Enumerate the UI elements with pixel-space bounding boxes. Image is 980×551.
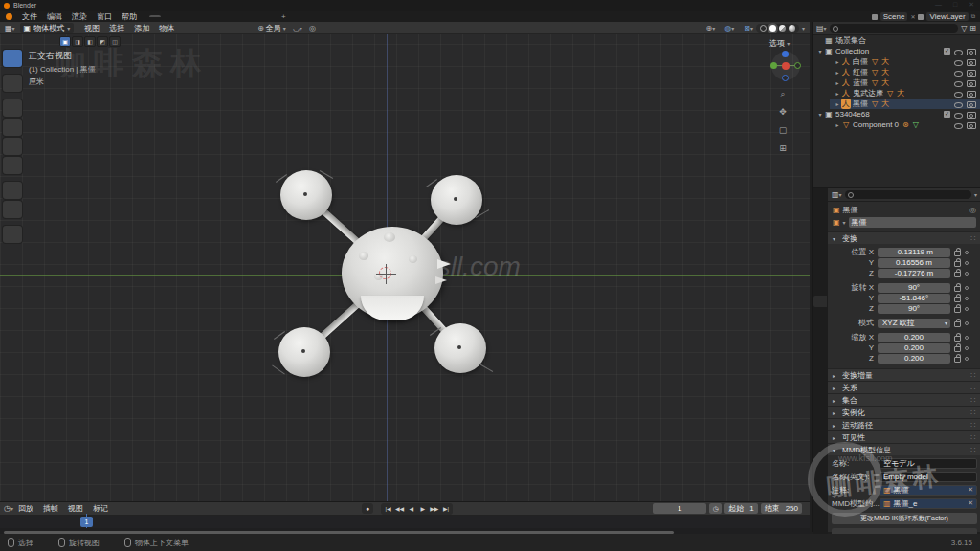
properties-editor-icon[interactable]: ▥▾ xyxy=(832,190,842,199)
timeline-editor-icon[interactable]: ◷▾ xyxy=(4,504,13,513)
lock-icon[interactable] xyxy=(954,297,961,302)
menu-item[interactable]: 帮助 xyxy=(117,11,142,22)
workspace-tab[interactable] xyxy=(264,15,276,17)
mmd-name-field[interactable]: 空モデル xyxy=(880,458,977,469)
transform-value-field[interactable]: 0.200 xyxy=(878,354,950,364)
timeline-menu-item[interactable]: 标记 xyxy=(88,503,113,514)
minimize-button[interactable]: — xyxy=(935,1,942,9)
clear-x-icon[interactable]: ✕ xyxy=(968,499,973,507)
outliner-row[interactable]: ▸ 红僵 ▽ 大 xyxy=(830,67,980,77)
transform-value-field[interactable]: -0.17276 m xyxy=(878,269,950,278)
select-mode-intersect[interactable]: ◫ xyxy=(109,36,121,47)
viewport-menu-item[interactable]: 视图 xyxy=(79,23,104,33)
playback-button[interactable]: |◀ xyxy=(383,504,393,514)
lock-icon[interactable] xyxy=(954,286,961,292)
viewlayer-copy-icon[interactable]: ⧉ xyxy=(971,13,975,20)
mmd-rig-field[interactable]: ▥黑僵_e ✕ xyxy=(880,498,977,509)
workspace-tab[interactable] xyxy=(253,15,264,17)
disable-render-icon[interactable] xyxy=(967,58,976,66)
tool-button[interactable] xyxy=(3,119,22,136)
gizmo-y-neg-axis[interactable] xyxy=(794,62,801,69)
tool-button[interactable] xyxy=(3,157,22,174)
transform-value-field[interactable]: 0.16556 m xyxy=(878,258,950,268)
disable-render-icon[interactable] xyxy=(967,79,976,87)
disable-render-icon[interactable] xyxy=(967,69,976,77)
camera-view-icon[interactable]: ▢ xyxy=(777,124,789,136)
workspace-tab[interactable] xyxy=(184,15,195,17)
properties-tab-icon[interactable] xyxy=(813,372,827,384)
blender-menu-icon[interactable] xyxy=(6,13,12,20)
collapsed-section[interactable]: ▸变换增量⸬ xyxy=(828,368,980,381)
object-name[interactable]: 红僵 xyxy=(853,67,868,77)
lock-icon[interactable] xyxy=(954,357,961,363)
collapsed-section[interactable]: ▸集合⸬ xyxy=(828,393,980,406)
properties-tab-icon[interactable] xyxy=(813,265,827,276)
collapsed-section[interactable]: ▸实例化⸬ xyxy=(828,406,980,418)
tool-button[interactable] xyxy=(3,50,22,67)
workspace-tab[interactable] xyxy=(161,15,172,17)
workspace-tab[interactable] xyxy=(230,15,241,17)
collapsed-section[interactable]: ▸运动路径⸬ xyxy=(828,418,980,430)
object-name[interactable]: 场景集合 xyxy=(835,35,866,46)
object-name[interactable]: 蓝僵 xyxy=(853,77,868,88)
hide-eye-icon[interactable] xyxy=(954,111,963,119)
hide-eye-icon[interactable] xyxy=(954,79,963,87)
lock-icon[interactable] xyxy=(954,307,961,313)
playback-button[interactable]: ▶ xyxy=(417,504,428,514)
section-transform[interactable]: ▾变换⸬ xyxy=(828,231,980,244)
collapsed-section[interactable]: ▸可见性⸬ xyxy=(828,430,980,443)
gizmo-z-neg-axis[interactable] xyxy=(782,75,789,81)
properties-tab-icon[interactable] xyxy=(813,234,827,246)
expand-arrow-icon[interactable]: ▾ xyxy=(816,111,824,118)
workspace-tab[interactable] xyxy=(207,15,218,17)
timeline-ruler[interactable]: 1 xyxy=(0,516,810,528)
scene-selector[interactable]: Scene xyxy=(880,12,908,21)
new-collection-icon[interactable]: ⊞ xyxy=(969,24,976,33)
menu-item[interactable]: 文件 xyxy=(17,11,42,22)
animate-dot-icon[interactable] xyxy=(965,272,969,276)
disable-render-icon[interactable] xyxy=(967,100,976,108)
close-button[interactable]: ✕ xyxy=(969,1,974,9)
outliner-row[interactable]: ▸ Component 0 ⊛ ▽ xyxy=(830,120,980,130)
animate-dot-icon[interactable] xyxy=(965,261,969,265)
properties-tab-icon[interactable] xyxy=(813,219,827,231)
properties-tab-icon[interactable] xyxy=(813,357,827,368)
timeline-menu-item[interactable]: 插帧 xyxy=(38,503,63,514)
playback-button[interactable]: ◀◀ xyxy=(394,504,405,514)
object-name[interactable]: 黑僵 xyxy=(853,99,868,109)
mmd-name-en-field[interactable]: Empty model xyxy=(880,472,977,482)
outliner-editor-icon[interactable]: ▤▾ xyxy=(816,24,827,33)
transform-value-field[interactable]: -51.846° xyxy=(878,294,950,303)
pan-hand-icon[interactable]: ✥ xyxy=(777,106,789,118)
disable-render-icon[interactable] xyxy=(967,48,976,55)
mmd-comment-field[interactable]: ▥黑僵 ✕ xyxy=(880,485,977,496)
expand-arrow-icon[interactable]: ▾ xyxy=(816,48,824,55)
animate-dot-icon[interactable] xyxy=(965,286,969,290)
tool-button[interactable] xyxy=(3,75,22,92)
scene-unlink-icon[interactable]: ✕ xyxy=(910,13,915,20)
frame-end-field[interactable]: 结束250 xyxy=(761,503,802,514)
animate-dot-icon[interactable] xyxy=(965,346,969,350)
ortho-toggle-icon[interactable]: ⊞ xyxy=(777,143,789,154)
animate-dot-icon[interactable] xyxy=(965,321,969,325)
overlays-toggle-icon[interactable]: ◍▾ xyxy=(724,24,734,33)
mode-dropdown[interactable]: ▣物体模式▾ xyxy=(20,23,75,33)
menu-item[interactable]: 渲染 xyxy=(67,11,92,22)
outliner-row[interactable]: ▾ Collection ✓ xyxy=(813,46,980,56)
editor-type-icon[interactable]: ▦▾ xyxy=(5,24,15,33)
transform-value-field[interactable]: 0.200 xyxy=(878,343,950,353)
properties-tab-icon[interactable] xyxy=(813,280,827,292)
lock-icon[interactable] xyxy=(954,261,961,267)
current-frame-field[interactable]: 1 xyxy=(653,503,706,514)
playback-button[interactable]: ◀ xyxy=(406,504,416,514)
hide-eye-icon[interactable] xyxy=(954,69,963,77)
transform-value-field[interactable]: 90° xyxy=(878,283,950,293)
animate-dot-icon[interactable] xyxy=(965,307,969,311)
xray-toggle-icon[interactable]: ⊠▾ xyxy=(744,24,753,33)
select-mode-invert[interactable]: ◩ xyxy=(97,36,108,47)
viewport-menu-item[interactable]: 选择 xyxy=(104,23,129,33)
outliner-row[interactable]: ▸ 鬼武达摩 ▽ 大 xyxy=(830,88,980,99)
clear-x-icon[interactable]: ✕ xyxy=(968,486,973,494)
menu-item[interactable]: 编辑 xyxy=(42,11,67,22)
hide-eye-icon[interactable] xyxy=(954,58,963,66)
